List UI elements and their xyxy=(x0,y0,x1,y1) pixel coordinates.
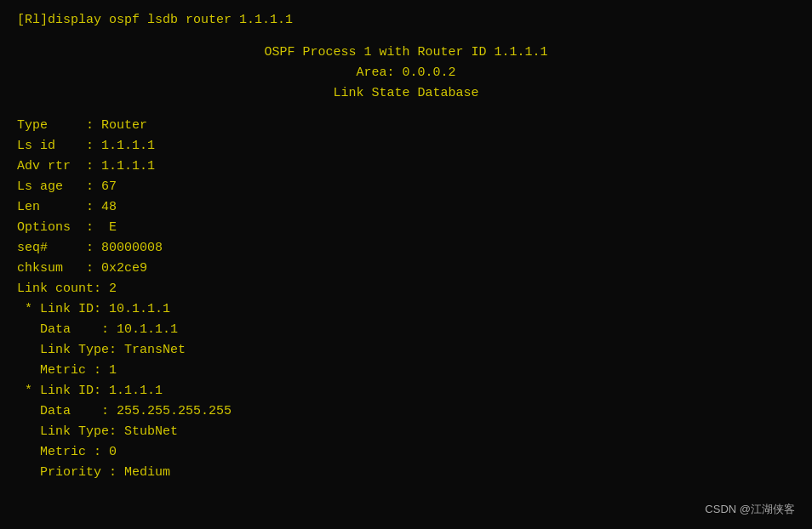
field-row: Type : Router xyxy=(17,116,795,136)
links-section: * Link ID: 10.1.1.1 Data : 10.1.1.1 Link… xyxy=(17,299,795,483)
header-line2: Area: 0.0.0.2 xyxy=(17,63,795,83)
link-0-id: * Link ID: 10.1.1.1 xyxy=(17,299,795,320)
field-row: Ls id : 1.1.1.1 xyxy=(17,136,795,156)
link-1-id: * Link ID: 1.1.1.1 xyxy=(17,381,795,401)
field-row: Ls age : 67 xyxy=(17,177,795,197)
link-1-priority: Priority : Medium xyxy=(17,463,795,483)
command-line: [Rl]display ospf lsdb router 1.1.1.1 xyxy=(17,10,795,31)
header-line1: OSPF Process 1 with Router ID 1.1.1.1 xyxy=(17,43,795,63)
link-0-type: Link Type: TransNet xyxy=(17,340,795,361)
field-row: Adv rtr : 1.1.1.1 xyxy=(17,156,795,177)
watermark: CSDN @江湖侠客 xyxy=(705,502,795,517)
fields-section: Type : RouterLs id : 1.1.1.1Adv rtr : 1.… xyxy=(17,116,795,279)
link-count: Link count: 2 xyxy=(17,279,795,299)
terminal-window: [Rl]display ospf lsdb router 1.1.1.1 OSP… xyxy=(0,0,812,529)
link-1-metric: Metric : 0 xyxy=(17,442,795,463)
field-row: Len : 48 xyxy=(17,197,795,218)
header-line3: Link State Database xyxy=(17,83,795,104)
link-0-metric: Metric : 1 xyxy=(17,361,795,381)
field-row: seq# : 80000008 xyxy=(17,238,795,259)
field-row: Options : E xyxy=(17,218,795,238)
link-1-type: Link Type: StubNet xyxy=(17,422,795,442)
link-1-data: Data : 255.255.255.255 xyxy=(17,401,795,422)
field-row: chksum : 0x2ce9 xyxy=(17,259,795,279)
link-0-data: Data : 10.1.1.1 xyxy=(17,320,795,340)
